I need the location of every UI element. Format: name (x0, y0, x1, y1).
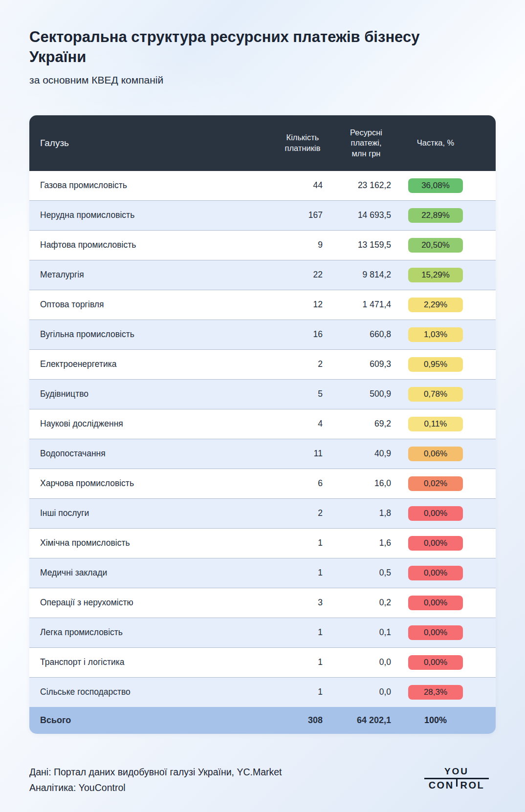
industry-cell: Газова промисловість (39, 180, 276, 191)
share-cell: 1,03% (403, 327, 468, 342)
industry-cell: Хімічна промисловість (39, 538, 276, 548)
youcontrol-logo: YOU CONROL (424, 766, 489, 791)
table-row: Нерудна промисловість 167 14 693,5 22,89… (29, 201, 496, 231)
payments-cell: 0,1 (329, 627, 403, 638)
share-badge: 20,50% (408, 238, 463, 253)
industry-cell: Харчова промисловість (39, 478, 276, 489)
table-row: Нафтова промисловість 9 13 159,5 20,50% (29, 231, 496, 260)
table-row: Транспорт і логістика 1 0,0 0,00% (29, 648, 496, 678)
table-row: Будівництво 5 500,9 0,78% (29, 380, 496, 409)
share-badge: 15,29% (408, 268, 463, 282)
payers-count-cell: 167 (276, 210, 329, 220)
page-subtitle: за основним КВЕД компаній (29, 74, 496, 86)
table-header-row: Галузь Кількість платників Ресурсні плат… (29, 115, 496, 171)
table-row: Інші послуги 2 1,8 0,00% (29, 499, 496, 529)
payments-cell: 14 693,5 (329, 210, 403, 220)
share-badge: 0,11% (408, 417, 463, 431)
header-resource-payments: Ресурсні платежі, млн грн (329, 128, 403, 159)
share-cell: 36,08% (403, 178, 468, 193)
share-cell: 0,00% (403, 536, 468, 551)
credits-source: Дані: Портал даних видобувної галузі Укр… (29, 764, 282, 780)
payers-count-cell: 11 (276, 449, 329, 459)
payments-cell: 0,2 (329, 598, 403, 608)
share-badge: 1,03% (408, 327, 463, 342)
share-cell: 28,3% (403, 685, 468, 700)
total-payments: 64 202,1 (329, 715, 403, 726)
share-cell: 0,06% (403, 447, 468, 461)
payments-cell: 40,9 (329, 449, 403, 459)
payers-count-cell: 5 (276, 389, 329, 399)
payers-count-cell: 12 (276, 299, 329, 310)
payments-cell: 9 814,2 (329, 270, 403, 280)
table-row: Сільське господарство 1 0,0 28,3% (29, 678, 496, 707)
table-row: Наукові дослідження 4 69,2 0,11% (29, 409, 496, 439)
payers-count-cell: 2 (276, 359, 329, 369)
table-row: Операції з нерухомістю 3 0,2 0,00% (29, 588, 496, 618)
share-cell: 22,89% (403, 208, 468, 223)
table-row: Електроенергетика 2 609,3 0,95% (29, 350, 496, 380)
payments-cell: 500,9 (329, 389, 403, 399)
share-badge: 36,08% (408, 178, 463, 193)
payers-count-cell: 1 (276, 687, 329, 697)
payers-count-cell: 16 (276, 329, 329, 340)
share-cell: 0,00% (403, 506, 468, 521)
share-cell: 0,00% (403, 655, 468, 670)
payments-cell: 16,0 (329, 478, 403, 489)
payments-cell: 609,3 (329, 359, 403, 369)
share-badge: 0,00% (408, 536, 463, 551)
table-total-row: Всього 308 64 202,1 100% (29, 707, 496, 734)
industry-cell: Операції з нерухомістю (39, 598, 276, 608)
industry-cell: Наукові дослідження (39, 419, 276, 429)
industry-cell: Водопостачання (39, 449, 276, 459)
footer: Дані: Портал даних видобувної галузі Укр… (29, 764, 496, 795)
credits-analytics: Аналітика: YouControl (29, 780, 282, 795)
share-cell: 0,78% (403, 387, 468, 402)
share-badge: 0,78% (408, 387, 463, 402)
logo-t-stem (456, 779, 458, 787)
share-badge: 0,06% (408, 447, 463, 461)
share-cell: 0,02% (403, 476, 468, 491)
infographic-page: Секторальна структура ресурсних платежів… (0, 0, 525, 795)
industry-cell: Оптова торгівля (39, 299, 276, 310)
table-row: Газова промисловість 44 23 162,2 36,08% (29, 171, 496, 201)
payments-cell: 660,8 (329, 329, 403, 340)
share-cell: 0,00% (403, 566, 468, 580)
sector-table: Галузь Кількість платників Ресурсні плат… (29, 115, 496, 734)
share-cell: 15,29% (403, 268, 468, 282)
payers-count-cell: 4 (276, 419, 329, 429)
total-share: 100% (403, 715, 468, 726)
share-badge: 22,89% (408, 208, 463, 223)
payments-cell: 23 162,2 (329, 180, 403, 191)
payers-count-cell: 1 (276, 657, 329, 667)
industry-cell: Вугільна промисловість (39, 329, 276, 340)
payments-cell: 1,6 (329, 538, 403, 548)
header-industry: Галузь (39, 138, 276, 149)
industry-cell: Електроенергетика (39, 359, 276, 369)
industry-cell: Транспорт і логістика (39, 657, 276, 667)
industry-cell: Сільське господарство (39, 687, 276, 697)
payments-cell: 0,0 (329, 657, 403, 667)
share-badge: 0,00% (408, 596, 463, 610)
table-row: Металургія 22 9 814,2 15,29% (29, 260, 496, 290)
industry-cell: Нафтова промисловість (39, 240, 276, 250)
share-cell: 0,11% (403, 417, 468, 431)
payments-cell: 1 471,4 (329, 299, 403, 310)
share-cell: 20,50% (403, 238, 468, 253)
payers-count-cell: 44 (276, 180, 329, 191)
table-row: Легка промисловість 1 0,1 0,00% (29, 618, 496, 648)
industry-cell: Нерудна промисловість (39, 210, 276, 220)
table-body: Газова промисловість 44 23 162,2 36,08% … (29, 171, 496, 707)
total-label: Всього (39, 715, 276, 726)
header-payers-count: Кількість платників (276, 132, 329, 153)
table-row: Харчова промисловість 6 16,0 0,02% (29, 469, 496, 499)
total-payers: 308 (276, 715, 329, 726)
industry-cell: Медичні заклади (39, 568, 276, 578)
logo-you-text: YOU (424, 766, 489, 777)
share-cell: 0,95% (403, 357, 468, 372)
payers-count-cell: 2 (276, 508, 329, 518)
payments-cell: 13 159,5 (329, 240, 403, 250)
payments-cell: 0,0 (329, 687, 403, 697)
table-row: Оптова торгівля 12 1 471,4 2,29% (29, 290, 496, 320)
share-badge: 0,00% (408, 566, 463, 580)
data-credits: Дані: Портал даних видобувної галузі Укр… (29, 764, 282, 795)
